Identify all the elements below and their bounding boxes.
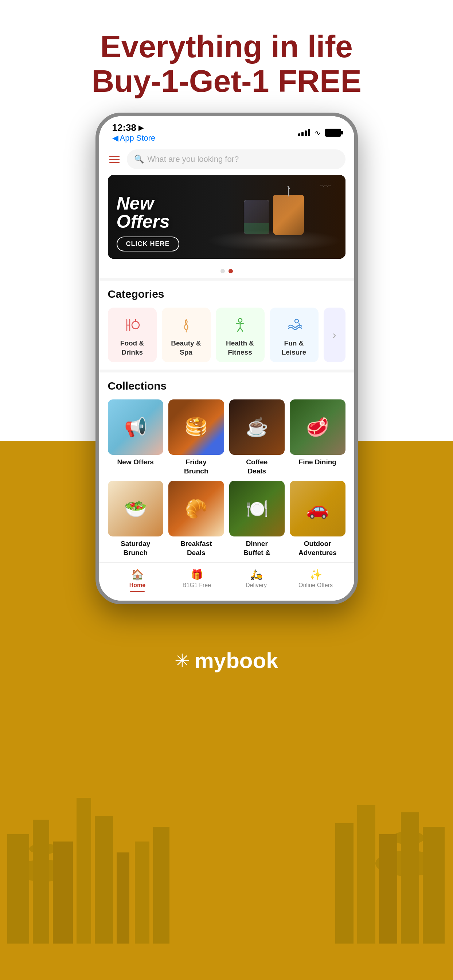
- collection-coffee-deals-image: [229, 399, 285, 455]
- carousel-dot-0[interactable]: [221, 269, 225, 273]
- svg-rect-12: [379, 834, 397, 943]
- search-icon: 🔍: [134, 154, 144, 164]
- svg-rect-11: [401, 812, 419, 943]
- collection-breakfast-deals-label: BreakfastDeals: [180, 539, 212, 557]
- location-arrow-icon: ▶: [138, 124, 144, 132]
- collection-fine-dining-image: [290, 399, 345, 455]
- collection-breakfast-deals[interactable]: BreakfastDeals: [168, 481, 224, 557]
- back-arrow-icon: ◀: [112, 134, 118, 143]
- svg-rect-14: [335, 823, 353, 943]
- svg-rect-4: [53, 842, 73, 943]
- collection-outdoor-adventures[interactable]: OutdoorAdventures: [290, 481, 345, 557]
- carousel-dot-1[interactable]: [229, 269, 233, 273]
- collection-dinner-buffet-label: DinnerBuffet &: [243, 539, 270, 557]
- nav-online-offers-label: Online Offers: [299, 582, 333, 589]
- hamburger-line: [109, 156, 119, 157]
- headline-line1: Everything in life: [100, 29, 353, 64]
- search-area: 🔍 What are you looking for?: [99, 146, 354, 175]
- collection-new-offers[interactable]: New Offers: [108, 399, 164, 476]
- nav-delivery[interactable]: 🛵 Delivery: [227, 568, 286, 592]
- collections-row-2: SaturdayBrunch BreakfastDeals DinnerBuff…: [108, 481, 345, 557]
- status-bar: 12:38 ▶ ◀ App Store ∿: [99, 116, 354, 146]
- beauty-spa-label: Beauty &Spa: [171, 339, 201, 357]
- collection-dinner-buffet[interactable]: DinnerBuffet &: [229, 481, 285, 557]
- banner-content: New Offers CLICK HERE: [117, 194, 179, 251]
- collection-friday-brunch[interactable]: FridayBrunch: [168, 399, 224, 476]
- collection-breakfast-deals-image: [168, 481, 224, 536]
- categories-title: Categories: [108, 288, 345, 300]
- svg-rect-7: [117, 853, 129, 943]
- svg-rect-5: [76, 798, 91, 943]
- category-fun-leisure[interactable]: Fun &Leisure: [270, 308, 318, 362]
- bottom-navigation: 🏠 Home 🎁 B1G1 Free 🛵 Delivery ✨ Online O…: [99, 562, 354, 601]
- status-left: 12:38 ▶ ◀ App Store: [112, 122, 156, 143]
- categories-section: Categories Food &Drinks: [99, 281, 354, 369]
- collection-saturday-brunch[interactable]: SaturdayBrunch: [108, 481, 164, 557]
- delivery-icon: 🛵: [250, 568, 263, 581]
- health-fitness-icon: [230, 315, 250, 335]
- svg-rect-15: [135, 842, 149, 943]
- collection-saturday-brunch-image: [108, 481, 164, 536]
- battery-icon: [325, 129, 341, 137]
- wifi-icon: ∿: [315, 128, 321, 137]
- categories-grid: Food &Drinks Beauty &Spa: [108, 308, 345, 362]
- svg-rect-3: [33, 819, 49, 943]
- svg-rect-10: [423, 827, 445, 943]
- svg-rect-13: [357, 805, 375, 943]
- signal-bars-icon: [298, 129, 310, 136]
- svg-line-28: [240, 328, 243, 331]
- collection-outdoor-adventures-image: [290, 481, 345, 536]
- food-drinks-label: Food &Drinks: [120, 339, 144, 357]
- svg-line-25: [237, 323, 240, 324]
- svg-line-26: [240, 323, 244, 324]
- collection-fine-dining-label: Fine Dining: [299, 458, 336, 467]
- collection-new-offers-image: [108, 399, 164, 455]
- collection-fine-dining[interactable]: Fine Dining: [290, 399, 345, 476]
- online-offers-icon: ✨: [309, 568, 322, 581]
- collection-outdoor-adventures-label: OutdoorAdventures: [299, 539, 337, 557]
- svg-rect-6: [95, 816, 113, 943]
- b1g1-icon: 🎁: [191, 568, 203, 581]
- food-drinks-icon: [122, 315, 143, 335]
- menu-button[interactable]: [108, 154, 121, 164]
- banner[interactable]: 〰 New Offers CLICK HERE: [108, 175, 345, 259]
- nav-online-offers[interactable]: ✨ Online Offers: [286, 568, 345, 592]
- brand-logo: ✳ mybook: [175, 648, 278, 673]
- status-time: 12:38 ▶: [112, 122, 156, 134]
- logo-icon: ✳: [175, 650, 190, 671]
- collections-section: Collections New Offers FridayBrunch Coff…: [99, 372, 354, 558]
- nav-home[interactable]: 🏠 Home: [108, 568, 167, 592]
- category-food-drinks[interactable]: Food &Drinks: [108, 308, 157, 362]
- beauty-spa-icon: [176, 315, 196, 335]
- svg-rect-2: [7, 834, 29, 943]
- divider: [99, 278, 354, 281]
- fun-leisure-icon: [284, 315, 304, 335]
- collection-dinner-buffet-image: [229, 481, 285, 536]
- headline: Everything in life Buy-1-Get-1 FREE: [91, 29, 362, 98]
- home-icon: 🏠: [131, 568, 144, 581]
- headline-line2: Buy-1-Get-1 FREE: [91, 64, 362, 99]
- collections-row-1: New Offers FridayBrunch CoffeeDeals Fine…: [108, 399, 345, 476]
- category-beauty-spa[interactable]: Beauty &Spa: [162, 308, 211, 362]
- hamburger-line: [109, 159, 119, 160]
- health-fitness-label: Health &Fitness: [226, 339, 254, 357]
- nav-b1g1-label: B1G1 Free: [183, 582, 211, 589]
- banner-image: 〰: [203, 175, 345, 259]
- nav-home-label: Home: [129, 582, 145, 589]
- banner-section: 〰 New Offers CLICK HERE: [99, 175, 354, 264]
- nav-b1g1[interactable]: 🎁 B1G1 Free: [167, 568, 227, 592]
- category-health-fitness[interactable]: Health &Fitness: [216, 308, 265, 362]
- divider-2: [99, 369, 354, 372]
- phone-screen: 12:38 ▶ ◀ App Store ∿: [99, 116, 354, 601]
- svg-point-29: [295, 319, 299, 323]
- app-store-back[interactable]: ◀ App Store: [112, 134, 156, 143]
- svg-point-20: [132, 321, 139, 329]
- hamburger-line: [109, 162, 119, 163]
- collections-title: Collections: [108, 380, 345, 392]
- svg-rect-16: [153, 827, 170, 943]
- collection-coffee-deals[interactable]: CoffeeDeals: [229, 399, 285, 476]
- click-here-button[interactable]: CLICK HERE: [117, 237, 179, 251]
- search-box[interactable]: 🔍 What are you looking for?: [127, 150, 345, 169]
- category-more[interactable]: ›: [324, 308, 345, 362]
- collection-coffee-deals-label: CoffeeDeals: [246, 458, 267, 476]
